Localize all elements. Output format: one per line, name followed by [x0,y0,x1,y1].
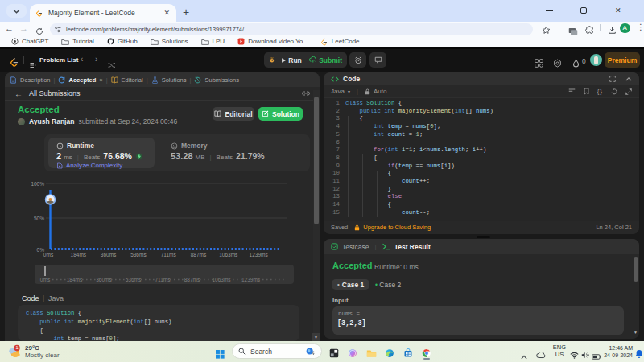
svg-text:536ms: 536ms [130,252,147,257]
svg-text:1239ms: 1239ms [250,252,269,257]
svg-text:184ms: 184ms [71,252,87,257]
svg-text:887ms: 887ms [184,277,200,282]
svg-text:360ms: 360ms [101,252,117,257]
svg-text:100%: 100% [31,181,44,187]
svg-text:711ms: 711ms [161,252,177,257]
svg-text:711ms: 711ms [155,277,171,282]
svg-text:1063ms: 1063ms [219,252,238,257]
svg-text:0ms: 0ms [40,277,51,282]
svg-text:536ms: 536ms [126,277,142,282]
svg-text:50%: 50% [34,216,44,221]
svg-text:1: 1 [15,345,18,350]
svg-text:184ms: 184ms [67,277,83,282]
svg-text:887ms: 887ms [191,252,207,257]
svg-text:0ms: 0ms [43,252,54,257]
svg-text:360ms: 360ms [96,277,112,282]
svg-text:1063ms: 1063ms [212,277,231,282]
svg-text:1239ms: 1239ms [242,277,261,282]
